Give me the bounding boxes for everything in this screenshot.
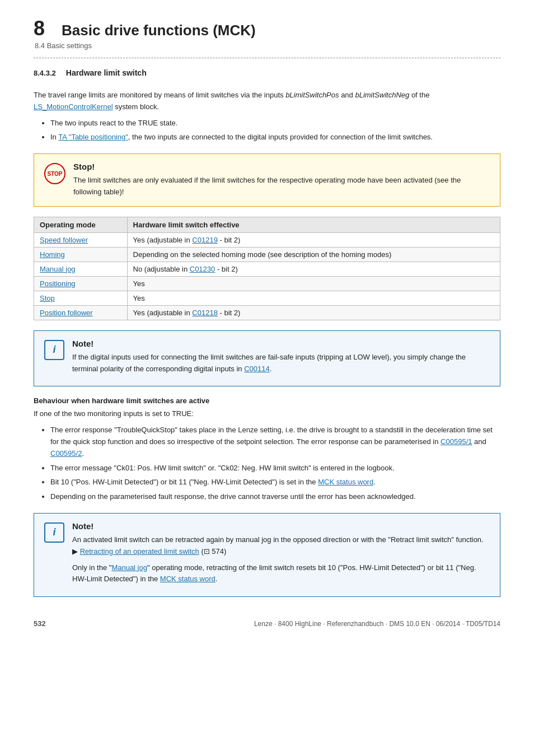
note-box-1: i Note! If the digital inputs used for c… bbox=[34, 330, 500, 387]
note-icon-1: i bbox=[44, 340, 64, 360]
mode-link[interactable]: Positioning bbox=[40, 279, 76, 288]
note-2-text-2: Only in the "Manual jog" operating mode,… bbox=[72, 562, 490, 586]
behaviour-intro: If one of the two monitoring inputs is s… bbox=[34, 408, 500, 420]
behaviour-bullet-3: Bit 10 ("Pos. HW-Limit Detected") or bit… bbox=[50, 477, 500, 488]
chapter-number: 8 bbox=[34, 17, 45, 40]
col-header-mode: Operating mode bbox=[34, 217, 128, 232]
table-cell-value: Yes bbox=[127, 276, 500, 291]
table-cell-mode: Position follower bbox=[34, 305, 128, 320]
table-cell-mode: Stop bbox=[34, 291, 128, 305]
note-box-2: i Note! An activated limit switch can be… bbox=[34, 513, 500, 597]
note-1-text: If the digital inputs used for connectin… bbox=[72, 352, 490, 375]
table-cell-mode: Positioning bbox=[34, 276, 128, 291]
stop-icon: STOP bbox=[44, 163, 65, 184]
note-icon-2: i bbox=[44, 522, 64, 543]
section-number: 8.4.3.2 bbox=[34, 69, 56, 77]
intro-paragraph: The travel range limits are monitored by… bbox=[34, 90, 500, 113]
section-heading: 8.4.3.2 Hardware limit switch bbox=[34, 68, 500, 83]
limit-switch-table: Operating mode Hardware limit switch eff… bbox=[34, 217, 500, 320]
retracting-link[interactable]: Retracting of an operated limit switch bbox=[80, 547, 199, 556]
behaviour-bullet-list: The error response "TroubleQuickStop" ta… bbox=[50, 424, 500, 503]
mck-status-word-link-2[interactable]: MCK status word bbox=[160, 575, 216, 583]
table-cell-value: No (adjustable in C01230 - bit 2) bbox=[127, 262, 500, 276]
publisher-info: Lenze · 8400 HighLine · Referenzhandbuch… bbox=[254, 620, 500, 628]
table-cell-mode: Speed follower bbox=[34, 232, 128, 247]
bullet-2: In TA "Table positioning", the two input… bbox=[50, 132, 500, 143]
code-link[interactable]: C01218 bbox=[192, 309, 218, 317]
manual-jog-link[interactable]: Manual jog bbox=[111, 563, 147, 572]
table-row: Manual jogNo (adjustable in C01230 - bit… bbox=[34, 262, 500, 276]
table-row: StopYes bbox=[34, 291, 500, 305]
mode-link[interactable]: Homing bbox=[40, 250, 65, 259]
note-1-title: Note! bbox=[72, 339, 490, 348]
mode-link[interactable]: Stop bbox=[40, 294, 55, 302]
mode-link[interactable]: Position follower bbox=[40, 309, 93, 317]
table-header-row: Operating mode Hardware limit switch eff… bbox=[34, 217, 500, 232]
col-header-effective: Hardware limit switch effective bbox=[127, 217, 500, 232]
mck-status-word-link-1[interactable]: MCK status word bbox=[318, 478, 373, 486]
behaviour-bullet-1: The error response "TroubleQuickStop" ta… bbox=[50, 424, 500, 459]
behaviour-bullet-2: The error message "Ck01: Pos. HW limit s… bbox=[50, 463, 500, 474]
table-row: HomingDepending on the selected homing m… bbox=[34, 247, 500, 262]
table-row: PositioningYes bbox=[34, 276, 500, 291]
section-label: 8.4 Basic settings bbox=[35, 41, 500, 50]
stop-title: Stop! bbox=[73, 162, 490, 171]
note-2-title: Note! bbox=[72, 521, 490, 531]
stop-box-content: Stop! The limit switches are only evalua… bbox=[73, 162, 490, 198]
table-cell-mode: Homing bbox=[34, 247, 128, 262]
note-box-1-content: Note! If the digital inputs used for con… bbox=[72, 339, 490, 379]
c00114-link[interactable]: C00114 bbox=[244, 365, 270, 373]
mode-link[interactable]: Manual jog bbox=[40, 265, 76, 273]
table-cell-value: Yes (adjustable in C01218 - bit 2) bbox=[127, 305, 500, 320]
note-box-2-content: Note! An activated limit switch can be r… bbox=[72, 521, 490, 589]
c00595-1-link[interactable]: C00595/1 bbox=[441, 437, 472, 446]
stop-text: The limit switches are only evaluated if… bbox=[73, 175, 490, 198]
intro-bullet-list: The two inputs react to the TRUE state. … bbox=[50, 118, 500, 144]
divider bbox=[34, 58, 500, 58]
ta-link[interactable]: TA "Table positioning" bbox=[58, 133, 128, 141]
table-cell-value: Yes (adjustable in C01219 - bit 2) bbox=[127, 232, 500, 247]
mode-link[interactable]: Speed follower bbox=[40, 236, 88, 244]
footer: 532 Lenze · 8400 HighLine · Referenzhand… bbox=[34, 619, 500, 628]
table-cell-value: Depending on the selected homing mode (s… bbox=[127, 247, 500, 262]
table-row: Speed followerYes (adjustable in C01219 … bbox=[34, 232, 500, 247]
note-2-text-1: An activated limit switch can be retract… bbox=[72, 534, 490, 558]
table-cell-mode: Manual jog bbox=[34, 262, 128, 276]
ls-motion-link[interactable]: LS_MotionControlKernel bbox=[34, 102, 113, 111]
section-title: Hardware limit switch bbox=[66, 68, 147, 77]
stop-box: STOP Stop! The limit switches are only e… bbox=[34, 153, 500, 207]
page-number: 532 bbox=[34, 619, 46, 628]
behaviour-heading: Behaviour when hardware limit switches a… bbox=[34, 396, 500, 405]
table-cell-value: Yes bbox=[127, 291, 500, 305]
chapter-header: 8 Basic drive functions (MCK) bbox=[34, 17, 500, 40]
bullet-1: The two inputs react to the TRUE state. bbox=[50, 118, 500, 129]
code-link[interactable]: C01219 bbox=[192, 236, 218, 244]
behaviour-bullet-4: Depending on the parameterised fault res… bbox=[50, 491, 500, 503]
chapter-title: Basic drive functions (MCK) bbox=[62, 22, 256, 39]
c00595-2-link[interactable]: C00595/2 bbox=[50, 449, 82, 458]
code-link[interactable]: C01230 bbox=[190, 265, 216, 273]
table-row: Position followerYes (adjustable in C012… bbox=[34, 305, 500, 320]
